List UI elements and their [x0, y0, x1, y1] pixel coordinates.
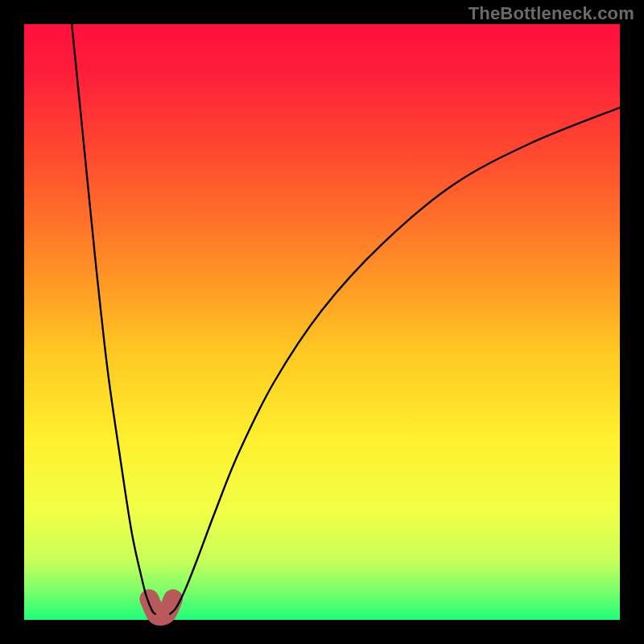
bottleneck-chart	[0, 0, 644, 644]
watermark-text: TheBottleneck.com	[469, 3, 634, 24]
plot-background	[24, 24, 620, 620]
